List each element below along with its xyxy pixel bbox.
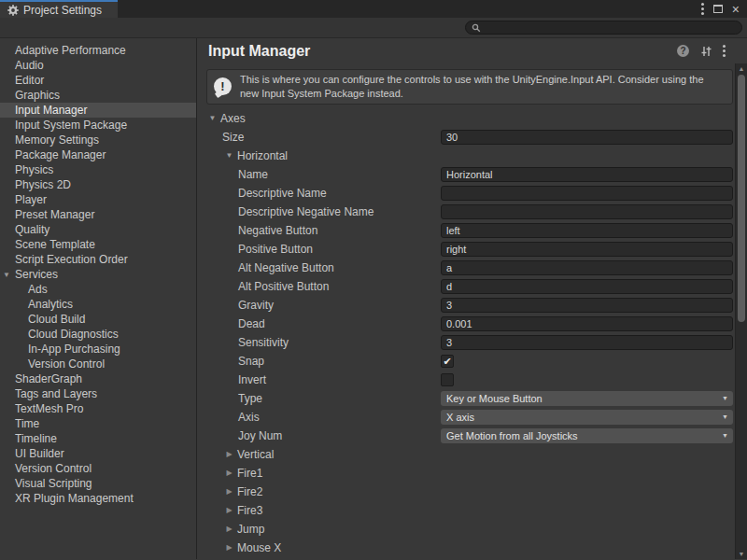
setting-row-vertical: ▶Vertical xyxy=(197,445,747,464)
window-controls: × xyxy=(701,0,747,18)
sidebar-item-xr-plugin-management[interactable]: XR Plugin Management xyxy=(0,491,196,506)
size-input[interactable] xyxy=(441,130,733,145)
foldout-open-icon[interactable]: ▼ xyxy=(225,151,233,160)
sidebar-item-label: Input System Package xyxy=(15,119,127,132)
foldout-closed-icon[interactable]: ▶ xyxy=(225,469,233,477)
sidebar-item-label: Version Control xyxy=(15,462,92,475)
sidebar-item-cloud-build[interactable]: Cloud Build xyxy=(0,312,196,327)
setting-label[interactable]: Fire1 xyxy=(237,467,262,480)
vertical-scrollbar[interactable]: ▲ ▼ xyxy=(735,63,747,559)
sidebar-item-label: Time xyxy=(15,417,39,430)
setting-label[interactable]: Mouse X xyxy=(237,541,281,554)
sidebar-item-label: Player xyxy=(15,193,47,206)
foldout-closed-icon[interactable]: ▶ xyxy=(225,450,233,458)
foldout-open-icon[interactable]: ▼ xyxy=(208,114,217,122)
sidebar-item-ui-builder[interactable]: UI Builder xyxy=(0,446,196,461)
sidebar-item-label: Scene Template xyxy=(15,238,95,251)
sidebar-item-scene-template[interactable]: Scene Template xyxy=(0,237,196,252)
presets-icon[interactable] xyxy=(700,46,712,57)
setting-row-type: TypeKey or Mouse Button▼ xyxy=(197,389,747,408)
sidebar-item-memory-settings[interactable]: Memory Settings xyxy=(0,133,196,147)
sidebar-item-graphics[interactable]: Graphics xyxy=(0,88,196,103)
search-box[interactable] xyxy=(465,21,742,35)
setting-label[interactable]: Fire2 xyxy=(237,485,262,498)
help-icon[interactable]: ? xyxy=(677,45,689,57)
sidebar-item-tags-and-layers[interactable]: Tags and Layers xyxy=(0,386,196,401)
setting-label[interactable]: Axes xyxy=(220,112,246,125)
more-menu-icon[interactable] xyxy=(723,49,726,52)
sidebar-item-editor[interactable]: Editor xyxy=(0,73,196,88)
dropdown-arrow-icon: ▼ xyxy=(722,413,728,420)
setting-label[interactable]: Fire3 xyxy=(237,504,262,517)
sidebar-item-ads[interactable]: Ads xyxy=(0,282,196,297)
scroll-down-icon[interactable]: ▼ xyxy=(736,551,747,557)
descriptive-name-input[interactable] xyxy=(441,186,733,201)
scroll-up-icon[interactable]: ▲ xyxy=(736,65,747,72)
sidebar-item-shadergraph[interactable]: ShaderGraph xyxy=(0,371,196,386)
scrollbar-thumb[interactable] xyxy=(738,75,745,322)
sidebar-item-script-execution-order[interactable]: Script Execution Order xyxy=(0,252,196,267)
descriptive-negative-name-input[interactable] xyxy=(441,204,733,219)
foldout-closed-icon[interactable]: ▶ xyxy=(225,543,233,552)
sidebar-item-package-manager[interactable]: Package Manager xyxy=(0,147,196,162)
titlebar: Project Settings × xyxy=(0,0,747,18)
sidebar-item-input-manager[interactable]: Input Manager xyxy=(0,103,196,118)
sidebar-item-adaptive-performance[interactable]: Adaptive Performance xyxy=(0,43,196,58)
foldout-open-icon[interactable]: ▼ xyxy=(3,271,10,279)
alt-positive-button-input[interactable] xyxy=(441,279,733,294)
close-icon[interactable]: × xyxy=(732,3,740,16)
sidebar-item-physics[interactable]: Physics xyxy=(0,162,196,177)
maximize-icon[interactable] xyxy=(713,5,723,13)
dead-input[interactable] xyxy=(441,316,733,331)
search-input[interactable] xyxy=(485,21,736,34)
page-title: Input Manager xyxy=(208,43,310,60)
dropdown-arrow-icon: ▼ xyxy=(722,395,728,401)
setting-label[interactable]: Horizontal xyxy=(237,149,288,162)
alt-negative-button-input[interactable] xyxy=(441,260,733,275)
sidebar-item-label: In-App Purchasing xyxy=(28,343,120,356)
sidebar-item-time[interactable]: Time xyxy=(0,416,196,431)
joy-num-dropdown[interactable]: Get Motion from all Joysticks▼ xyxy=(441,428,733,443)
sidebar-item-preset-manager[interactable]: Preset Manager xyxy=(0,207,196,222)
sidebar-item-version-control[interactable]: Version Control xyxy=(0,357,196,371)
snap-checkbox[interactable]: ✔ xyxy=(441,355,454,368)
sensitivity-input[interactable] xyxy=(441,335,733,350)
setting-row-axis: AxisX axis▼ xyxy=(197,408,747,427)
setting-row-mouse-x: ▶Mouse X xyxy=(197,539,747,557)
sidebar-item-textmesh-pro[interactable]: TextMesh Pro xyxy=(0,401,196,416)
sidebar-item-timeline[interactable]: Timeline xyxy=(0,431,196,446)
sidebar-item-analytics[interactable]: Analytics xyxy=(0,297,196,312)
name-input[interactable] xyxy=(441,167,733,182)
setting-row-negative-button: Negative Button xyxy=(197,221,747,240)
foldout-closed-icon[interactable]: ▶ xyxy=(225,525,233,533)
axis-dropdown[interactable]: X axis▼ xyxy=(441,410,733,425)
sidebar-item-input-system-package[interactable]: Input System Package xyxy=(0,118,196,133)
setting-row-fire2: ▶Fire2 xyxy=(197,483,747,501)
setting-row-joy-num: Joy NumGet Motion from all Joysticks▼ xyxy=(197,427,747,445)
sidebar-item-visual-scripting[interactable]: Visual Scripting xyxy=(0,476,196,491)
positive-button-input[interactable] xyxy=(441,242,733,257)
invert-checkbox[interactable] xyxy=(441,373,454,386)
settings-sidebar: Adaptive PerformanceAudioEditorGraphicsI… xyxy=(0,38,197,559)
sidebar-item-cloud-diagnostics[interactable]: Cloud Diagnostics xyxy=(0,327,196,342)
setting-label[interactable]: Vertical xyxy=(237,448,274,461)
sidebar-item-physics-2d[interactable]: Physics 2D xyxy=(0,177,196,192)
foldout-closed-icon[interactable]: ▶ xyxy=(225,487,233,496)
sidebar-item-services[interactable]: ▼Services xyxy=(0,267,196,282)
tab-project-settings[interactable]: Project Settings xyxy=(0,0,118,18)
setting-label[interactable]: Jump xyxy=(237,523,264,536)
sidebar-item-in-app-purchasing[interactable]: In-App Purchasing xyxy=(0,342,196,357)
sidebar-item-quality[interactable]: Quality xyxy=(0,222,196,237)
setting-label: Joy Num xyxy=(238,429,282,442)
negative-button-input[interactable] xyxy=(441,223,733,238)
sidebar-item-player[interactable]: Player xyxy=(0,192,196,207)
sidebar-item-audio[interactable]: Audio xyxy=(0,58,196,73)
type-dropdown[interactable]: Key or Mouse Button▼ xyxy=(441,391,733,406)
window-menu-icon[interactable] xyxy=(701,7,704,10)
gravity-input[interactable] xyxy=(441,298,733,313)
sidebar-item-label: Physics 2D xyxy=(15,178,71,191)
sidebar-item-label: Graphics xyxy=(15,89,60,102)
sidebar-item-version-control[interactable]: Version Control xyxy=(0,461,196,476)
foldout-closed-icon[interactable]: ▶ xyxy=(225,506,233,514)
header-icons: ? xyxy=(677,45,726,57)
